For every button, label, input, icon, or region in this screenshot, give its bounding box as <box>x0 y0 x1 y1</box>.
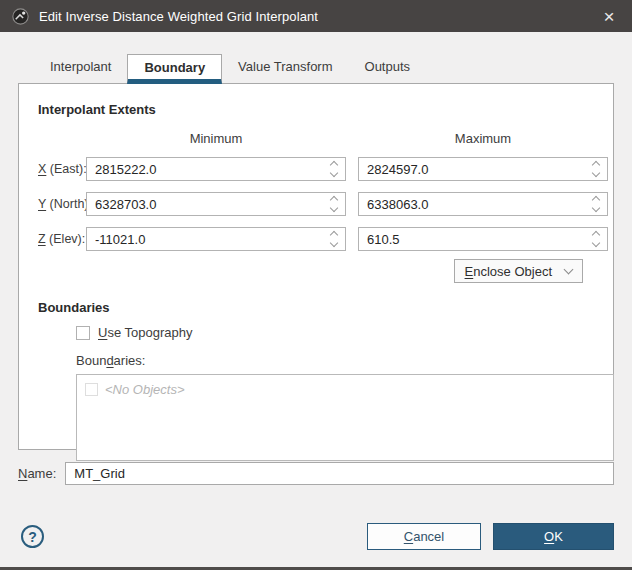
tab-interpolant[interactable]: Interpolant <box>34 54 127 83</box>
cancel-button[interactable]: Cancel <box>367 523 481 550</box>
title-bar: Edit Inverse Distance Weighted Grid Inte… <box>0 0 632 32</box>
disabled-checkbox-icon <box>85 383 98 396</box>
z-max-input[interactable] <box>359 228 607 250</box>
close-icon[interactable]: × <box>596 7 622 26</box>
tab-value-transform[interactable]: Value Transform <box>222 54 348 83</box>
use-topography-label: Use Topography <box>98 325 192 340</box>
y-min-input[interactable] <box>87 193 345 215</box>
window-title: Edit Inverse Distance Weighted Grid Inte… <box>39 9 318 24</box>
y-north-row: Y (North): <box>38 192 613 216</box>
extents-column-headers: Minimum Maximum <box>38 131 613 146</box>
enclose-object-row: Enclose Object <box>38 259 613 283</box>
ok-button[interactable]: OK <box>493 523 614 550</box>
x-east-label: X (East): <box>38 162 86 176</box>
tab-outputs[interactable]: Outputs <box>349 54 427 83</box>
x-min-field <box>86 157 346 181</box>
interpolant-icon <box>12 8 29 25</box>
z-elev-label: Z (Elev): <box>38 232 86 246</box>
z-max-field <box>358 227 608 251</box>
interpolant-extents-heading: Interpolant Extents <box>38 102 613 117</box>
cancel-label: Cancel <box>404 529 444 544</box>
enclose-object-label: Enclose Object <box>465 264 552 279</box>
chevron-down-icon <box>330 169 338 177</box>
use-topography-checkbox[interactable]: Use Topography <box>76 325 613 340</box>
y-min-field <box>86 192 346 216</box>
x-min-input[interactable] <box>87 158 345 180</box>
name-label: Name: <box>18 466 56 481</box>
name-input[interactable] <box>65 462 614 485</box>
chevron-down-icon <box>330 204 338 212</box>
boundary-tab-panel: Interpolant Extents Minimum Maximum X (E… <box>18 83 614 450</box>
z-elev-row: Z (Elev): <box>38 227 613 251</box>
y-min-spinner[interactable] <box>327 193 341 215</box>
dialog-window: Edit Inverse Distance Weighted Grid Inte… <box>0 0 632 570</box>
minimum-column-header: Minimum <box>86 131 346 146</box>
boundaries-heading: Boundaries <box>38 300 613 315</box>
boundaries-list[interactable]: <No Objects> <box>76 374 614 461</box>
y-max-spinner[interactable] <box>589 193 603 215</box>
ok-label: OK <box>544 529 563 544</box>
footer: ? Cancel OK <box>18 523 614 550</box>
chevron-down-icon <box>592 204 600 212</box>
x-max-field <box>358 157 608 181</box>
y-north-label: Y (North): <box>38 197 86 211</box>
help-button[interactable]: ? <box>21 525 44 548</box>
z-min-field <box>86 227 346 251</box>
checkbox-icon[interactable] <box>76 326 90 340</box>
tab-boundary[interactable]: Boundary <box>127 54 222 84</box>
maximum-column-header: Maximum <box>358 131 608 146</box>
z-min-input[interactable] <box>87 228 345 250</box>
chevron-down-icon <box>330 239 338 247</box>
name-row: Name: <box>18 462 614 485</box>
chevron-down-icon <box>564 265 574 275</box>
list-item-no-objects: <No Objects> <box>85 382 605 397</box>
enclose-object-button[interactable]: Enclose Object <box>454 259 583 283</box>
x-east-row: X (East): <box>38 157 613 181</box>
tab-bar: Interpolant Boundary Value Transform Out… <box>0 54 632 83</box>
empty-list-text: <No Objects> <box>105 382 185 397</box>
x-max-spinner[interactable] <box>589 158 603 180</box>
y-max-field <box>358 192 608 216</box>
x-max-input[interactable] <box>359 158 607 180</box>
boundaries-list-label: Boundaries: <box>76 353 613 368</box>
chevron-down-icon <box>592 169 600 177</box>
x-min-spinner[interactable] <box>327 158 341 180</box>
z-max-spinner[interactable] <box>589 228 603 250</box>
y-max-input[interactable] <box>359 193 607 215</box>
question-mark-icon: ? <box>28 529 37 545</box>
z-min-spinner[interactable] <box>327 228 341 250</box>
chevron-down-icon <box>592 239 600 247</box>
